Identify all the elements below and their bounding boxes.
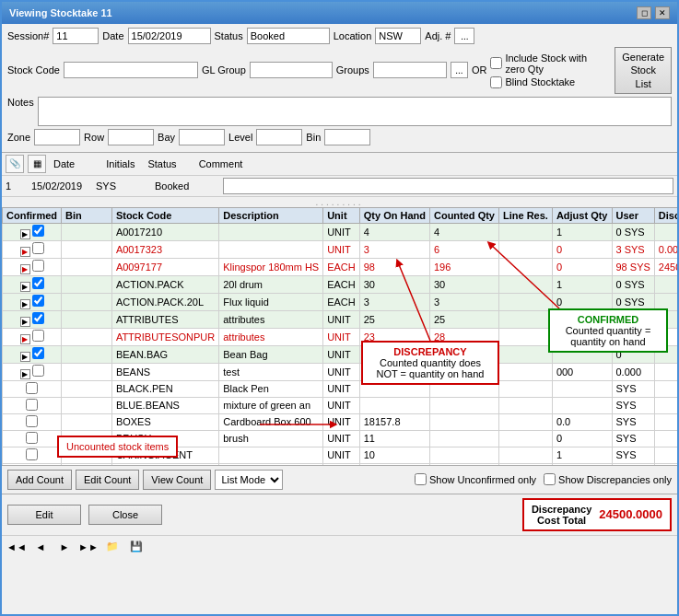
row-label: Row (84, 132, 104, 143)
include-zero-label: Include Stock with zero Qty (490, 52, 607, 75)
unit-cell: UNIT (323, 413, 360, 430)
blind-stocktake-label: Blind Stocktake (490, 76, 607, 88)
groups-label: Groups (336, 64, 369, 76)
expand-button[interactable]: ▶ (20, 369, 30, 379)
qty-on-hand-cell: 1 (359, 463, 429, 465)
confirmed-cell: ▶ (3, 258, 62, 275)
add-count-button[interactable]: Add Count (7, 470, 72, 490)
expand-button[interactable]: ▶ (20, 282, 30, 292)
status-input[interactable] (247, 28, 330, 44)
expand-button[interactable]: ▶ (20, 317, 30, 327)
confirmed-checkbox[interactable] (32, 242, 44, 254)
expand-button[interactable]: ▶ (20, 352, 30, 362)
view-count-button[interactable]: View Count (143, 470, 211, 490)
include-zero-checkbox[interactable] (490, 57, 502, 69)
location-label: Location (334, 30, 372, 41)
confirmed-checkbox[interactable] (26, 415, 38, 427)
nav-next-icon[interactable]: ► (55, 538, 74, 556)
bin-cell (62, 363, 112, 380)
confirmed-checkbox[interactable] (32, 330, 44, 342)
expand-button[interactable]: ▶ (20, 334, 30, 344)
expand-button[interactable]: ▶ (20, 247, 30, 257)
line-res-cell (498, 447, 552, 463)
confirmed-checkbox[interactable] (32, 312, 44, 324)
bay-input[interactable] (179, 129, 225, 145)
show-unconfirmed-checkbox[interactable] (415, 473, 427, 485)
stock-code-input[interactable] (64, 62, 198, 78)
qty-on-hand-cell (359, 397, 429, 413)
confirmed-checkbox[interactable] (26, 432, 38, 444)
location-input[interactable] (375, 28, 421, 44)
groups-dots-button[interactable]: ... (451, 62, 468, 78)
discrep-cost-cell (654, 430, 677, 447)
blind-stocktake-checkbox[interactable] (490, 76, 502, 88)
confirmed-cell (3, 463, 62, 465)
discrep-cost-cell (654, 397, 677, 413)
grid-icon[interactable]: ▦ (28, 155, 46, 173)
table-row: CALCULATORcalculatorUNIT10SYS (3, 463, 678, 465)
attach-icon[interactable]: 📎 (6, 155, 24, 173)
list-mode-select[interactable]: List Mode (215, 470, 283, 490)
unit-cell: UNIT (323, 328, 360, 345)
discrep-cost-cell (654, 380, 677, 397)
edit-button[interactable]: Edit (7, 505, 81, 525)
notes-textarea[interactable] (38, 97, 672, 126)
initials-col-header: Initials (78, 158, 135, 169)
discrep-cost-cell: 24500.0000 (654, 258, 677, 275)
confirmed-cell (3, 380, 62, 397)
save-icon[interactable]: 💾 (127, 538, 146, 556)
comment-input[interactable] (223, 178, 673, 194)
unit-cell: UNIT (323, 363, 360, 380)
confirmed-cell: ▶ (3, 293, 62, 310)
confirmed-checkbox[interactable] (32, 277, 44, 289)
user-cell: SYS (612, 413, 654, 430)
confirmed-checkbox[interactable] (32, 225, 44, 237)
nav-last-icon[interactable]: ►► (79, 538, 98, 556)
stock-code-cell: ATTRIBUTESONPUR (111, 328, 218, 345)
date-input[interactable] (128, 28, 211, 44)
col-confirmed: Confirmed (3, 207, 62, 223)
record-num: 1 (6, 180, 15, 192)
expand-button[interactable]: ▶ (20, 264, 30, 274)
confirmed-checkbox[interactable] (26, 448, 38, 460)
session-input[interactable] (53, 28, 99, 44)
nav-first-icon[interactable]: ◄◄ (7, 538, 26, 556)
zone-input[interactable] (34, 129, 80, 145)
confirmed-checkbox[interactable] (26, 382, 38, 394)
level-input[interactable] (256, 129, 302, 145)
bin-input[interactable] (324, 129, 370, 145)
folder-icon[interactable]: 📁 (103, 538, 122, 556)
nav-prev-icon[interactable]: ◄ (31, 538, 50, 556)
confirmed-checkbox[interactable] (32, 347, 44, 359)
close-button-footer[interactable]: Close (88, 505, 162, 525)
confirmed-annotation: CONFIRMED Counted quantity = quantity on… (548, 308, 668, 353)
confirmed-line1: Counted quantity = (556, 325, 661, 336)
show-discrepancies-checkbox[interactable] (544, 473, 556, 485)
col-user: User (612, 207, 654, 223)
groups-input[interactable] (373, 62, 447, 78)
row-input[interactable] (108, 129, 154, 145)
stock-code-label: Stock Code (7, 64, 60, 76)
expand-button[interactable]: ▶ (20, 299, 30, 309)
user-cell: 98 SYS (612, 258, 654, 275)
qty-on-hand-cell: 3 (359, 240, 429, 258)
confirmed-checkbox[interactable] (26, 399, 38, 411)
bin-cell (62, 463, 112, 465)
expand-button[interactable]: ▶ (20, 229, 30, 239)
confirmed-checkbox[interactable] (32, 295, 44, 307)
restore-button[interactable]: ◻ (637, 6, 651, 19)
confirmed-checkbox[interactable] (32, 260, 44, 272)
unit-cell: UNIT (323, 463, 360, 465)
gl-group-input[interactable] (250, 62, 333, 78)
confirmed-line2: quantity on hand (556, 336, 661, 347)
generate-stock-list-button[interactable]: GenerateStock List (615, 47, 672, 94)
adj-dots-button[interactable]: ... (454, 28, 474, 44)
stock-code-cell: CALCULATOR (111, 463, 218, 465)
qty-on-hand-cell: 10 (359, 447, 429, 463)
stock-code-cell: BEANS (111, 363, 218, 380)
confirmed-checkbox[interactable] (32, 365, 44, 377)
confirmed-cell (3, 413, 62, 430)
col-qty-on-hand: Qty On Hand (359, 207, 429, 223)
close-button[interactable]: ✕ (655, 6, 670, 19)
edit-count-button[interactable]: Edit Count (76, 470, 139, 490)
